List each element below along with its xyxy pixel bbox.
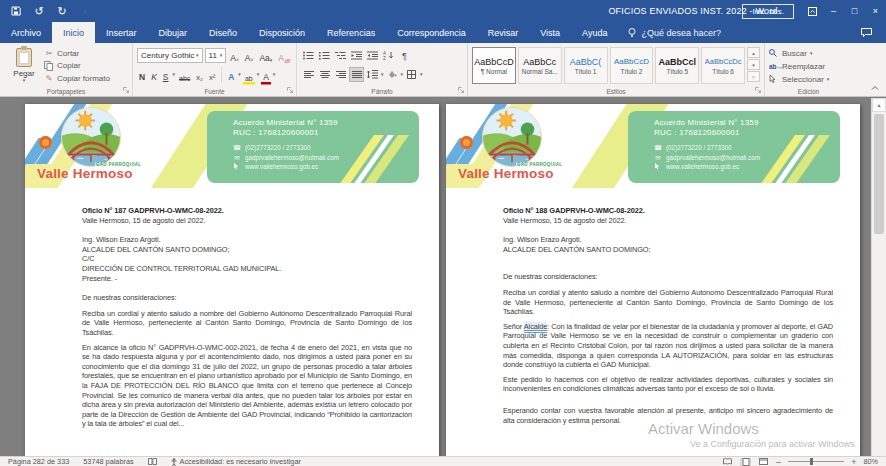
highlight-caret-icon[interactable]: ▾ [257, 72, 260, 77]
vertical-scrollbar[interactable]: ▲ [871, 98, 886, 456]
find-button[interactable]: Buscar ▾ [769, 47, 848, 59]
cut-button[interactable]: ✂ Cortar [44, 48, 110, 59]
letter-body-right[interactable]: Oficio N° 188 GADPRVH-O-WMC-08-2022. Val… [446, 206, 860, 425]
redo-icon[interactable]: ↻ [56, 5, 68, 17]
tab-ayuda[interactable]: Ayuda [571, 22, 618, 43]
numbered-list-button[interactable] [317, 48, 332, 63]
format-painter-button[interactable]: ✎ Copiar formato [44, 73, 110, 84]
word-count[interactable]: 53748 palabras [83, 457, 133, 466]
shrink-font-button[interactable]: A˅ [243, 49, 256, 63]
styles-dialog-launcher-icon[interactable] [755, 87, 762, 94]
copy-button[interactable]: Copiar [44, 60, 110, 71]
scrollbar-thumb[interactable] [874, 114, 884, 234]
select-button[interactable]: Seleccionar ▾ [769, 73, 848, 85]
feedback-icon[interactable] [861, 22, 886, 43]
line-spacing-button[interactable] [365, 67, 380, 82]
replace-button[interactable]: ab↔ Reemplazar [769, 60, 848, 72]
tab-dibujar[interactable]: Dibujar [148, 22, 199, 43]
text-effects-button[interactable]: A [226, 68, 236, 82]
line-spacing-caret-icon[interactable]: ▾ [381, 72, 384, 77]
zoom-slider[interactable] [788, 461, 844, 462]
underline-caret-icon[interactable]: ▾ [172, 72, 175, 77]
bullet-list-button[interactable] [301, 48, 316, 63]
page-left[interactable]: Valle Hermoso GAD PARROQUIAL Acuerdo Min… [25, 104, 439, 456]
zoom-in-button[interactable]: + [851, 457, 856, 466]
tab-revisar[interactable]: Revisar [477, 22, 530, 43]
shading-button[interactable] [385, 67, 400, 82]
tab-vista[interactable]: Vista [529, 22, 571, 43]
paragraph-dialog-launcher-icon[interactable] [458, 87, 465, 94]
print-layout-button[interactable] [740, 458, 751, 466]
style-normal-sa[interactable]: AaBbCc Normal Sa... [518, 47, 562, 84]
customize-qat-icon[interactable]: ▾ [79, 5, 91, 17]
zoom-slider-thumb[interactable] [810, 458, 813, 465]
font-dialog-launcher-icon[interactable] [287, 87, 294, 94]
align-center-button[interactable] [317, 67, 332, 82]
undo-icon[interactable]: ↺ [33, 5, 45, 17]
tab-referencias[interactable]: Referencias [316, 22, 386, 43]
zoom-out-button[interactable]: – [776, 457, 781, 466]
font-color-button[interactable]: A [261, 68, 271, 82]
paste-caret-icon[interactable]: ▾ [23, 78, 26, 83]
text-highlight-button[interactable]: ab [243, 68, 255, 82]
font-size-combo[interactable]: 11 ▾ [205, 48, 227, 63]
tab-archivo[interactable]: Archivo [0, 22, 52, 43]
decrease-indent-button[interactable] [349, 48, 364, 63]
web-layout-button[interactable] [758, 458, 769, 466]
clear-formatting-button[interactable]: A [276, 49, 292, 63]
borders-caret-icon[interactable]: ▾ [420, 72, 423, 77]
bold-button[interactable]: N [137, 68, 147, 82]
tab-inicio[interactable]: Inicio [52, 22, 95, 43]
align-right-button[interactable] [333, 67, 348, 82]
collapse-ribbon-icon[interactable] [871, 84, 879, 92]
styles-gallery-more-icon[interactable]: ▿ [747, 71, 760, 82]
show-marks-button[interactable]: ¶ [397, 48, 412, 63]
borders-button[interactable] [404, 67, 419, 82]
scroll-up-icon[interactable]: ▲ [872, 98, 886, 112]
save-icon[interactable] [10, 5, 22, 17]
page-right[interactable]: Valle Hermoso GAD PARROQUIAL Acuerdo Min… [446, 104, 860, 456]
tab-correspondencia[interactable]: Correspondencia [386, 22, 477, 43]
tab-insertar[interactable]: Insertar [95, 22, 148, 43]
styles-scroll-up-icon[interactable]: ▴ [747, 47, 760, 58]
font-family-caret-icon: ▾ [196, 53, 199, 58]
read-mode-button[interactable] [722, 458, 733, 466]
superscript-button[interactable]: x² [207, 68, 217, 82]
document-area[interactable]: Valle Hermoso GAD PARROQUIAL Acuerdo Min… [0, 98, 886, 456]
tab-disposicion[interactable]: Disposición [248, 22, 316, 43]
tab-diseno[interactable]: Diseño [198, 22, 248, 43]
paste-button[interactable]: Pegar ▾ [4, 46, 44, 84]
clipboard-dialog-launcher-icon[interactable] [123, 87, 130, 94]
font-family-combo[interactable]: Century Gothic ▾ [137, 48, 203, 63]
strikethrough-button[interactable]: abc [177, 68, 192, 82]
letter-body-left[interactable]: Oficio N° 187 GADPRVH-O-WMC-08-2022. Val… [25, 206, 439, 429]
style-titulo-2[interactable]: AaBbCcD Título 2 [610, 47, 654, 84]
accessibility-status[interactable]: Accesibilidad: es necesario investigar [171, 457, 301, 466]
align-left-button[interactable] [301, 67, 316, 82]
oficio-date: Valle Hermoso, 15 de agosto del 2022. [82, 216, 412, 226]
text-effects-caret-icon[interactable]: ▾ [238, 72, 241, 77]
tell-me-box[interactable]: ¿Qué desea hacer? [618, 22, 731, 43]
mail-icon: ✉ [654, 153, 662, 163]
justify-button[interactable] [349, 67, 364, 82]
style-titulo-5[interactable]: AaBbCcl Título 5 [655, 47, 699, 84]
grow-font-button[interactable]: A˄ [228, 49, 241, 63]
proofing-icon[interactable] [148, 458, 157, 465]
subscript-button[interactable]: x₂ [194, 68, 205, 82]
style-titulo-1[interactable]: AaBbC( Título 1 [564, 47, 608, 84]
styles-scroll-down-icon[interactable]: ▾ [747, 59, 760, 70]
restore-button[interactable]: □ [844, 0, 865, 22]
underline-button[interactable]: S [161, 68, 171, 82]
sort-button[interactable]: AZ [381, 48, 396, 63]
style-titulo-6[interactable]: AaBbCcDc Título 6 [701, 47, 745, 84]
zoom-level[interactable]: 80% [863, 457, 878, 466]
shading-caret-icon[interactable]: ▾ [401, 72, 404, 77]
change-case-button[interactable]: Aa▾ [257, 49, 274, 63]
close-button[interactable]: × [865, 0, 886, 22]
font-color-caret-icon[interactable]: ▾ [273, 72, 276, 77]
italic-button[interactable]: K [149, 68, 159, 82]
multilevel-list-button[interactable] [333, 48, 348, 63]
page-indicator[interactable]: Página 282 de 333 [8, 457, 69, 466]
style-normal[interactable]: AaBbCcD ¶ Normal [472, 47, 516, 84]
increase-indent-button[interactable] [365, 48, 380, 63]
